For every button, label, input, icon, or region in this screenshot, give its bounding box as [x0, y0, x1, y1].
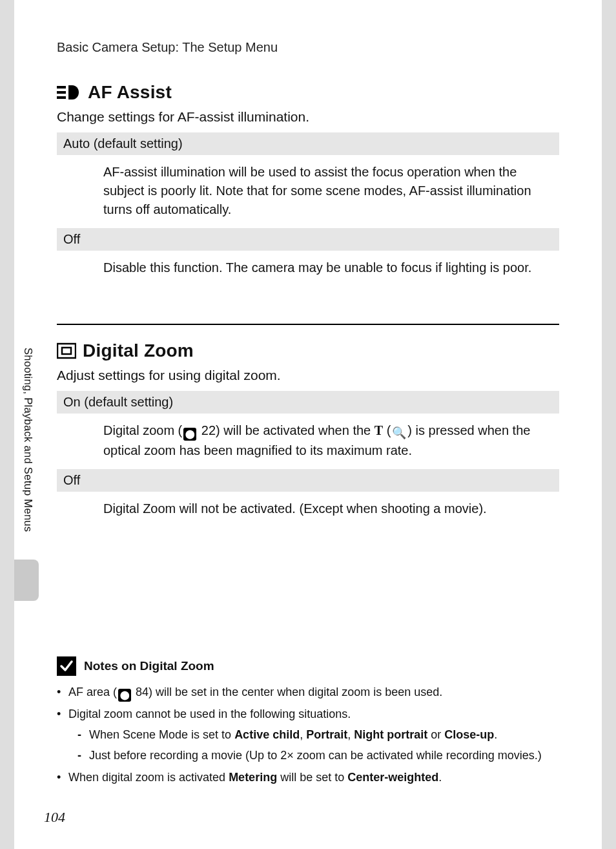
section-af-assist: AF Assist Change settings for AF-assist …	[57, 82, 559, 286]
text: .	[438, 771, 442, 784]
digital-zoom-icon	[57, 342, 76, 360]
section-heading: AF Assist	[57, 82, 559, 103]
option-body: Disable this function. The camera may be…	[57, 251, 559, 286]
text: When Scene Mode is set to	[89, 728, 234, 741]
notes-subitem: When Scene Mode is set to Active child, …	[77, 726, 559, 744]
chapter-title: Basic Camera Setup: The Setup Menu	[57, 40, 559, 55]
text: ,	[347, 728, 354, 741]
page-ref: 22	[201, 423, 216, 437]
notes-item: Digital zoom cannot be used in the follo…	[57, 706, 559, 765]
options-table: Auto (default setting) AF-assist illumin…	[57, 132, 559, 286]
text: AF area (	[68, 686, 117, 698]
manual-page: Shooting, Playback and Setup Menus Basic…	[14, 0, 602, 849]
side-tab-label: Shooting, Playback and Setup Menus	[22, 348, 34, 532]
side-tab: Shooting, Playback and Setup Menus	[14, 342, 39, 601]
option-header: Off	[57, 228, 559, 251]
option-header: Auto (default setting)	[57, 132, 559, 155]
section-divider	[57, 324, 559, 325]
text: ) will be activated when the	[216, 423, 375, 437]
option-body: AF-assist illumination will be used to a…	[57, 155, 559, 228]
svg-rect-3	[57, 344, 76, 358]
zoom-t-label: T	[375, 423, 383, 437]
option-header: Off	[57, 469, 559, 492]
page-number: 104	[44, 809, 65, 826]
bold: Active child	[234, 728, 300, 741]
page-ref-icon: ⬤	[118, 689, 131, 702]
notes-check-icon	[57, 656, 76, 676]
page-content: Basic Camera Setup: The Setup Menu AF As…	[14, 0, 602, 527]
bold: Center-weighted	[347, 771, 438, 784]
text: Digital zoom (	[103, 423, 182, 437]
svg-rect-0	[57, 86, 66, 89]
text: will be set to	[277, 771, 347, 784]
notes-heading: Notes on Digital Zoom	[57, 656, 559, 676]
bold: Portrait	[306, 728, 347, 741]
text: .	[494, 728, 497, 741]
bold: Night portrait	[354, 728, 427, 741]
notes-block: Notes on Digital Zoom AF area (⬤ 84) wil…	[57, 656, 559, 791]
options-table: On (default setting) Digital zoom (⬤ 22)…	[57, 391, 559, 527]
text: ,	[300, 728, 306, 741]
page-ref: 84	[136, 686, 149, 698]
section-digital-zoom: Digital Zoom Adjust settings for using d…	[57, 341, 559, 527]
option-header: On (default setting)	[57, 391, 559, 414]
section-description: Change settings for AF-assist illuminati…	[57, 109, 559, 125]
svg-rect-1	[57, 91, 66, 94]
option-body: Digital zoom (⬤ 22) will be activated wh…	[57, 414, 559, 469]
notes-subitem: Just before recording a movie (Up to 2× …	[77, 747, 559, 765]
text: (	[383, 423, 391, 437]
section-title: AF Assist	[88, 82, 172, 103]
option-body: Digital Zoom will not be activated. (Exc…	[57, 492, 559, 527]
notes-item: AF area (⬤ 84) will be set in the center…	[57, 684, 559, 702]
text: When digital zoom is activated	[68, 771, 229, 784]
text: Digital zoom cannot be used in the follo…	[68, 708, 351, 720]
section-description: Adjust settings for using digital zoom.	[57, 368, 559, 383]
magnifier-icon: 🔍	[392, 424, 406, 441]
notes-title: Notes on Digital Zoom	[84, 659, 214, 673]
af-assist-icon	[57, 84, 81, 101]
text: or	[427, 728, 444, 741]
section-heading: Digital Zoom	[57, 341, 559, 361]
bold: Close-up	[444, 728, 494, 741]
side-tab-thumb	[14, 560, 39, 601]
notes-item: When digital zoom is activated Metering …	[57, 769, 559, 787]
svg-rect-4	[62, 348, 71, 354]
notes-sublist: When Scene Mode is set to Active child, …	[68, 726, 559, 765]
text: ) will be set in the center when digital…	[149, 686, 442, 698]
page-ref-icon: ⬤	[183, 428, 196, 441]
notes-list: AF area (⬤ 84) will be set in the center…	[57, 684, 559, 787]
svg-rect-2	[57, 96, 66, 99]
section-title: Digital Zoom	[83, 341, 194, 361]
bold: Metering	[229, 771, 277, 784]
